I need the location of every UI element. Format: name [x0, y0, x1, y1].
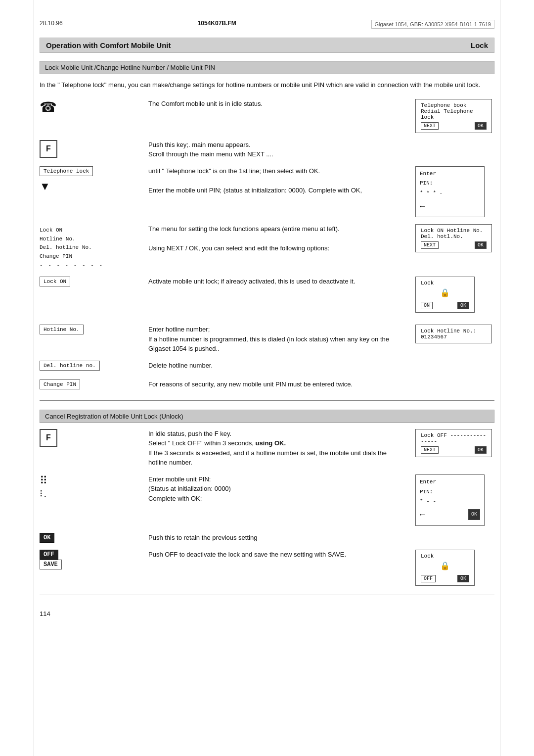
row-grid-pin: ⠿ ⁝․ Enter mobile unit PIN:(Status at in…: [40, 474, 494, 526]
row-mid-offsave: Push OFF to deactivate the lock and save…: [148, 550, 415, 560]
row-left-hotline: Hotline No.: [40, 325, 148, 336]
fkey-unlock-text2: If the 3 seconds is exceeded, and if a h…: [148, 449, 387, 467]
fkey-unlock-text1: In idle status, push the F key.Select " …: [148, 430, 256, 447]
pin-stars: * * * -: [420, 190, 443, 196]
back-arrow-icon: ←: [420, 198, 425, 214]
f-key-unlock-label: F: [46, 433, 51, 442]
hotline-d1: Lock: [421, 328, 434, 334]
title-right: Lock: [471, 41, 488, 49]
tellock-text1: until " Telephone lock" is on the 1st li…: [148, 167, 320, 175]
lock-on-display: Lock 🔒 ON OK: [415, 277, 475, 313]
delhotline-label: Del. hotline no.: [40, 361, 100, 371]
hotline-display-box: Lock Hotline No.: 01234567: [415, 325, 492, 343]
lockoff-ok: OK: [475, 446, 487, 454]
pin-label2: PIN:: [420, 489, 433, 495]
row-mid-tellock: until " Telephone lock" is on the 1st li…: [148, 166, 415, 195]
row-mid-lockon: Activate mobile unit lock; if already ac…: [148, 277, 415, 286]
lockon-label: Lock ON: [40, 277, 70, 286]
unlock-content: F In idle status, push the F key.Select …: [40, 429, 494, 586]
page-header: 28.10.96 1054K07B.FM Gigaset 1054, GBR: …: [40, 20, 494, 29]
fkey-text: Push this key;. main menu appears.: [148, 141, 251, 148]
arrow-down-icon: ▼: [40, 180, 50, 193]
lock-menu-row1: Lock ON: [421, 228, 444, 234]
lockoff-final-btns: OFF OK: [421, 575, 469, 582]
save-button: SAVE: [40, 560, 62, 569]
row-right-lockon: Lock 🔒 ON OK: [415, 277, 494, 313]
row-left-menulist: Lock ON Hotline No. Del. hotline No. Cha…: [40, 224, 148, 270]
scroll-text: Scroll through the main menu with NEXT .…: [148, 150, 273, 158]
row-fkey-unlock: F In idle status, push the F key.Select …: [40, 429, 494, 468]
lockoff-btns: NEXT OK: [421, 446, 487, 454]
delhotline-text: Delete hotline number.: [148, 362, 213, 369]
offsave-text: Push OFF to deactivate the lock and save…: [148, 551, 346, 558]
enter-label2: Enter: [420, 479, 436, 485]
off-button: OFF: [40, 550, 58, 560]
row-mid-fkey: Push this key;. main menu appears. Scrol…: [148, 140, 415, 159]
menulist-text1: The menu for setting the lock functions …: [148, 225, 340, 233]
row-mid-hotline: Enter hotline number;If a hotline number…: [148, 325, 415, 354]
f-key-label: F: [46, 144, 51, 153]
row-del-hotline: Del. hotline no. Delete hotline number.: [40, 361, 494, 373]
grid-keypad-icon: ⠿: [40, 474, 47, 487]
menulist-text2: Using NEXT / OK, you can select and edit…: [148, 244, 329, 252]
telephone-lock-label: Telephone lock: [40, 166, 93, 176]
section2-header: Cancel Registration of Mobile Unit Lock …: [40, 410, 494, 423]
row-left-grid: ⠿ ⁝․: [40, 474, 148, 499]
menu-item-changepin: Change PIN: [40, 253, 72, 259]
pin-stars2: * - -: [420, 498, 436, 504]
row-left-offsave: OFF SAVE: [40, 550, 148, 569]
f-key-icon: F: [40, 140, 57, 158]
lockoff-next: NEXT: [421, 446, 439, 454]
menu-item-delhotline: Del. hotline No.: [40, 244, 92, 250]
phone-idle-text: The Comfort mobile unit is in idle statu…: [148, 100, 263, 107]
footer-divider: [40, 595, 494, 595]
menu-dashes: - - - - - - - -: [40, 262, 103, 268]
lockon-text: Activate mobile unit lock; if already ac…: [148, 278, 355, 285]
lock-menu-row3: Del. hotl.No.: [421, 234, 463, 239]
lock-off-final-display: Lock 🔒 OFF OK: [415, 550, 475, 586]
row-mid-ok: Push this to retain the previous setting: [148, 533, 415, 543]
pin-label: PIN:: [420, 180, 433, 186]
lock-off-display: Lock OFF ---------------- NEXT OK: [415, 429, 492, 457]
row-mid-menulist: The menu for setting the lock functions …: [148, 224, 415, 253]
hotline-text: Enter hotline number;If a hotline number…: [148, 326, 389, 352]
row-changepin: Change PIN For reasons of security, any …: [40, 379, 494, 391]
row-right-enterpin: Enter PIN: * * * - ←: [415, 166, 494, 218]
hotline-d2: Hotline No.:: [437, 328, 476, 334]
fkey-unlock-bold: using OK.: [256, 439, 286, 447]
lock-ok-btn: OK: [475, 241, 487, 249]
row-phone-idle: ☎ The Comfort mobile unit is in idle sta…: [40, 99, 494, 133]
menu-display-box: Telephone book Redial Telephone lock NEX…: [415, 99, 492, 133]
changepin-text: For reasons of security, any new mobile …: [148, 380, 353, 388]
row-left-phone: ☎: [40, 99, 148, 117]
next-btn: NEXT: [421, 122, 439, 130]
row-left-changepin: Change PIN: [40, 379, 148, 391]
row-hotlineno: Hotline No. Enter hotline number;If a ho…: [40, 325, 494, 354]
lock-next-btn: NEXT: [421, 241, 439, 249]
row-mid-phone: The Comfort mobile unit is in idle statu…: [148, 99, 415, 109]
row-menulist: Lock ON Hotline No. Del. hotline No. Cha…: [40, 224, 494, 270]
header-product: Gigaset 1054, GBR: A30852-X954-B101-1-76…: [371, 20, 494, 29]
section1-header: Lock Mobile Unit /Change Hotline Number …: [40, 61, 494, 74]
row-left-ok: OK: [40, 533, 148, 543]
row-right-offsave: Lock 🔒 OFF OK: [415, 550, 494, 586]
lock-menu-row2: Hotline No.: [447, 228, 483, 234]
header-date: 28.10.96: [40, 20, 63, 27]
f-key-unlock-icon: F: [40, 429, 57, 447]
lockoff-symbol: 🔒: [421, 559, 469, 573]
row-right-hotline: Lock Hotline No.: 01234567: [415, 325, 494, 343]
lock-title: Lock: [421, 280, 469, 286]
row-right-grid: Enter PIN: * - - ← OK: [415, 474, 494, 526]
content-area: ☎ The Comfort mobile unit is in idle sta…: [40, 99, 494, 391]
row-left-delhotline: Del. hotline no.: [40, 361, 148, 373]
hotline-d3: 01234567: [421, 334, 447, 340]
enter-btn-row: ←: [420, 198, 480, 214]
row-ok-retain: OK Push this to retain the previous sett…: [40, 533, 494, 543]
row-left-tellock: Telephone lock ▼: [40, 166, 148, 195]
tellock-text2: Enter the mobile unit PIN; (status at in…: [148, 187, 362, 194]
menu-item-hotlineno: Hotline No.: [40, 236, 76, 242]
ok-key-icon: OK: [40, 533, 54, 543]
enter-pin-box: Enter PIN: * * * - ←: [415, 166, 485, 218]
hotlineno-label: Hotline No.: [40, 325, 84, 334]
row-right-fkey-unlock: Lock OFF ---------------- NEXT OK: [415, 429, 494, 457]
